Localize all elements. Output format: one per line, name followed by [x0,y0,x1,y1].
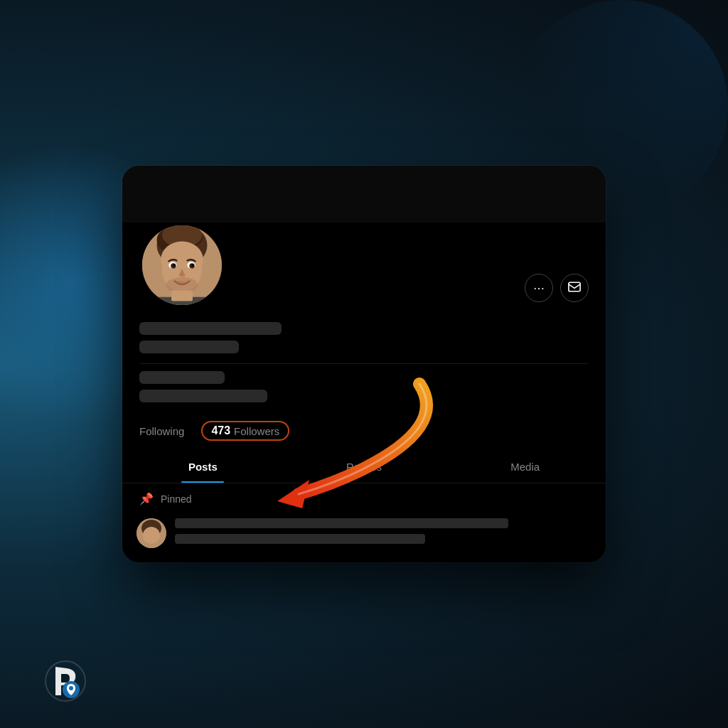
more-options-icon: ⋯ [533,282,545,295]
pin-icon: 📌 [139,492,154,505]
post-text-line-2 [175,534,425,544]
bio-separator [139,363,589,364]
app-logo [43,658,88,707]
followers-count: 473 [211,424,230,437]
avatar-image [142,225,222,305]
profile-card: ⋯ Following [122,166,606,562]
avatar [139,223,225,308]
svg-point-12 [191,264,194,267]
message-icon [568,282,581,295]
svg-point-23 [69,686,73,690]
svg-rect-15 [171,290,193,301]
profile-tabs: Posts Replies Media [122,451,606,483]
more-options-button[interactable]: ⋯ [525,274,553,302]
pinned-header: 📌 Pinned [136,492,592,505]
post-content [175,518,592,548]
display-name-placeholder [139,322,282,335]
svg-point-11 [173,264,176,267]
handle-placeholder [139,341,239,353]
pinned-label: Pinned [161,493,192,505]
svg-rect-16 [569,282,580,291]
tab-posts[interactable]: Posts [122,451,284,483]
followers-stat[interactable]: 473 Followers [201,421,289,441]
profile-info [122,316,606,414]
following-stat[interactable]: Following [139,425,184,437]
bio-line-2 [139,390,267,402]
stats-row: Following 473 Followers [122,414,606,451]
tab-replies[interactable]: Replies [284,451,445,483]
message-button[interactable] [560,274,589,302]
svg-point-19 [143,527,160,544]
profile-header: ⋯ [122,223,606,316]
following-label: Following [139,425,184,437]
post-text-line-1 [175,518,508,528]
bio-line-1 [139,371,225,384]
posts-section: 📌 Pinned [122,483,606,562]
post-author-avatar [136,518,166,548]
tab-media[interactable]: Media [444,451,606,483]
pinned-post [136,513,592,554]
action-buttons: ⋯ [525,274,589,308]
avatar-row: ⋯ [139,223,589,316]
followers-label: Followers [234,425,279,437]
